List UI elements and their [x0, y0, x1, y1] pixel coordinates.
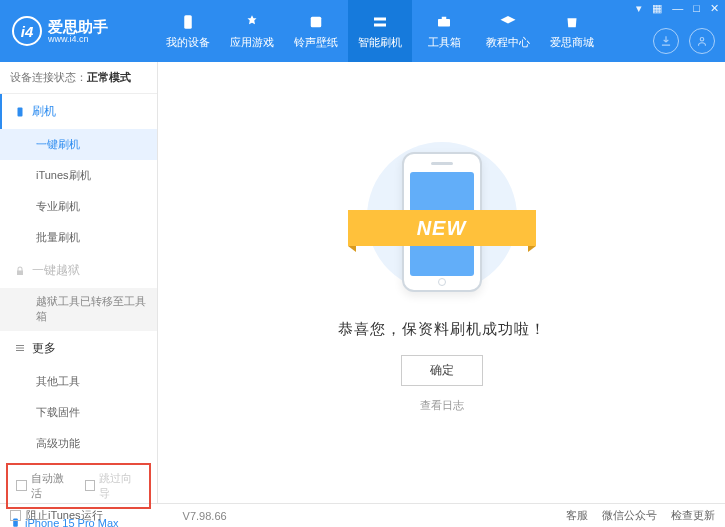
flash-icon — [371, 13, 389, 31]
tutorial-icon — [499, 13, 517, 31]
version-label: V7.98.66 — [183, 510, 227, 522]
user-button[interactable] — [689, 28, 715, 54]
close-icon[interactable]: ✕ — [710, 2, 719, 15]
ok-button[interactable]: 确定 — [401, 355, 483, 386]
svg-point-4 — [700, 38, 704, 42]
window-controls: ▾ ▦ — □ ✕ — [636, 2, 719, 15]
title-bar: ▾ ▦ — □ ✕ i4 爱思助手 www.i4.cn 我的设备 应用游戏 铃声… — [0, 0, 725, 62]
footer-link-wechat[interactable]: 微信公众号 — [602, 508, 657, 523]
sidebar-group-flash[interactable]: 刷机 — [0, 94, 157, 129]
svg-rect-5 — [18, 107, 23, 116]
sidebar-item-onekey-flash[interactable]: 一键刷机 — [0, 129, 157, 160]
nav-store[interactable]: 爱思商城 — [540, 0, 604, 62]
sidebar-item-itunes-flash[interactable]: iTunes刷机 — [0, 160, 157, 191]
sidebar-item-pro-flash[interactable]: 专业刷机 — [0, 191, 157, 222]
new-ribbon: NEW — [348, 210, 536, 246]
device-icon — [179, 13, 197, 31]
checkbox-label: 自动激活 — [31, 471, 73, 501]
ringtone-icon — [307, 13, 325, 31]
nav-tutorials[interactable]: 教程中心 — [476, 0, 540, 62]
sidebar-item-other-tools[interactable]: 其他工具 — [0, 366, 157, 397]
logo-icon: i4 — [12, 16, 42, 46]
sidebar-item-download-firmware[interactable]: 下载固件 — [0, 397, 157, 428]
checkbox-label: 跳过向导 — [99, 471, 141, 501]
sidebar-item-advanced[interactable]: 高级功能 — [0, 428, 157, 459]
checkbox-label: 阻止iTunes运行 — [26, 508, 103, 523]
nav-ringtones[interactable]: 铃声壁纸 — [284, 0, 348, 62]
nav-my-device[interactable]: 我的设备 — [156, 0, 220, 62]
logo-subtitle: www.i4.cn — [48, 34, 108, 44]
toolbox-icon — [435, 13, 453, 31]
minimize-icon[interactable]: — — [672, 2, 683, 15]
checkbox-icon — [85, 480, 96, 491]
nav-flash[interactable]: 智能刷机 — [348, 0, 412, 62]
svg-rect-1 — [311, 16, 322, 27]
checkbox-icon — [16, 480, 27, 491]
nav-label: 铃声壁纸 — [294, 35, 338, 50]
menu-icon[interactable]: ▾ — [636, 2, 642, 15]
view-log-link[interactable]: 查看日志 — [420, 398, 464, 413]
sidebar-group-jailbreak: 一键越狱 — [0, 253, 157, 288]
success-illustration: NEW — [352, 132, 532, 302]
footer-link-update[interactable]: 检查更新 — [671, 508, 715, 523]
nav-label: 爱思商城 — [550, 35, 594, 50]
checkbox-skip-wizard[interactable]: 跳过向导 — [85, 471, 142, 501]
connection-status: 设备连接状态：正常模式 — [0, 62, 157, 94]
nav-label: 应用游戏 — [230, 35, 274, 50]
logo[interactable]: i4 爱思助手 www.i4.cn — [8, 16, 156, 46]
store-icon — [563, 13, 581, 31]
nav-toolbox[interactable]: 工具箱 — [412, 0, 476, 62]
sidebar-group-label: 一键越狱 — [32, 262, 80, 279]
connection-mode: 正常模式 — [87, 71, 131, 83]
sidebar-group-more[interactable]: 更多 — [0, 331, 157, 366]
nav-label: 智能刷机 — [358, 35, 402, 50]
top-nav: 我的设备 应用游戏 铃声壁纸 智能刷机 工具箱 教程中心 爱思商城 — [156, 0, 604, 62]
svg-rect-3 — [442, 16, 447, 18]
grid-icon[interactable]: ▦ — [652, 2, 662, 15]
nav-label: 教程中心 — [486, 35, 530, 50]
main-content: NEW 恭喜您，保资料刷机成功啦！ 确定 查看日志 — [158, 62, 725, 503]
sidebar-jailbreak-info: 越狱工具已转移至工具箱 — [0, 288, 157, 331]
nav-label: 我的设备 — [166, 35, 210, 50]
logo-title: 爱思助手 — [48, 19, 108, 34]
highlight-box: 自动激活 跳过向导 — [6, 463, 151, 509]
checkbox-block-itunes[interactable]: 阻止iTunes运行 — [10, 508, 103, 523]
sidebar-group-label: 刷机 — [32, 103, 56, 120]
sidebar: 设备连接状态：正常模式 刷机 一键刷机 iTunes刷机 专业刷机 批量刷机 一… — [0, 62, 158, 503]
footer-link-support[interactable]: 客服 — [566, 508, 588, 523]
header-actions — [653, 28, 715, 54]
nav-label: 工具箱 — [428, 35, 461, 50]
apps-icon — [243, 13, 261, 31]
sidebar-group-label: 更多 — [32, 340, 56, 357]
svg-rect-0 — [184, 15, 192, 29]
maximize-icon[interactable]: □ — [693, 2, 700, 15]
checkbox-icon — [10, 510, 21, 521]
svg-rect-2 — [438, 19, 450, 27]
download-button[interactable] — [653, 28, 679, 54]
sidebar-item-batch-flash[interactable]: 批量刷机 — [0, 222, 157, 253]
checkbox-auto-activate[interactable]: 自动激活 — [16, 471, 73, 501]
nav-apps[interactable]: 应用游戏 — [220, 0, 284, 62]
success-message: 恭喜您，保资料刷机成功啦！ — [338, 320, 546, 339]
